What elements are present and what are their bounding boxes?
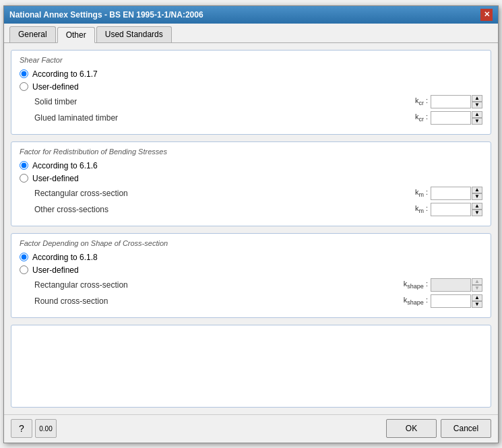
shear-radio-2-label: User-defined <box>32 82 79 92</box>
redist-other-down-btn[interactable]: ▼ <box>472 210 482 216</box>
solid-timber-input[interactable]: 0.670 <box>431 95 471 108</box>
tab-other[interactable]: Other <box>57 27 95 43</box>
shape-rect-input[interactable] <box>431 278 471 292</box>
shape-rect-spin-buttons: ▲ ▼ <box>472 278 482 292</box>
shape-radio-1[interactable] <box>20 253 28 261</box>
redist-radio-2-row: User-defined <box>20 174 482 183</box>
redist-rect-spin-buttons: ▲ ▼ <box>472 187 482 200</box>
ok-button[interactable]: OK <box>386 419 437 438</box>
redist-radio-2-label: User-defined <box>32 174 79 183</box>
glued-timber-sub-label: kcr : <box>415 113 428 123</box>
shape-round-input[interactable]: 1.200 <box>431 294 471 308</box>
shape-radio-2-label: User-defined <box>32 265 79 275</box>
shape-factor-group: Factor Depending on Shape of Cross-secti… <box>11 233 491 318</box>
shape-rect-spinbox: ▲ ▼ <box>431 278 482 292</box>
shape-rect-sub-label: kshape : <box>404 280 428 290</box>
shape-rect-label: Rectangular cross-section <box>34 280 404 290</box>
footer-left: ? 0.00 <box>11 419 57 438</box>
glued-timber-spinbox: 0.670 ▲ ▼ <box>431 111 482 125</box>
redist-other-label: Other cross-sections <box>34 205 415 214</box>
redist-rect-input[interactable]: 0.700 <box>431 187 471 200</box>
glued-timber-label: Glued laminated timber <box>34 113 415 123</box>
shape-round-row: Round cross-section kshape : 1.200 ▲ ▼ <box>20 294 482 308</box>
solid-timber-spin-buttons: ▲ ▼ <box>472 95 482 108</box>
solid-timber-down-btn[interactable]: ▼ <box>472 102 482 108</box>
cancel-button[interactable]: Cancel <box>441 419 491 438</box>
shape-round-down-btn[interactable]: ▼ <box>472 301 482 308</box>
glued-timber-row: Glued laminated timber kcr : 0.670 ▲ ▼ <box>20 111 482 125</box>
glued-timber-up-btn[interactable]: ▲ <box>472 111 482 118</box>
redistribution-group: Factor for Redistribution of Bending Str… <box>11 141 491 226</box>
redist-rect-label: Rectangular cross-section <box>34 189 415 198</box>
footer-right: OK Cancel <box>386 419 491 438</box>
solid-timber-label: Solid timber <box>34 97 415 106</box>
shape-round-up-btn[interactable]: ▲ <box>472 294 482 301</box>
shape-round-spinbox: 1.200 ▲ ▼ <box>431 294 482 308</box>
shape-rect-up-btn[interactable]: ▲ <box>472 278 482 285</box>
shape-round-sub-label: kshape : <box>404 296 428 306</box>
help-icon: ? <box>19 423 24 434</box>
glued-timber-down-btn[interactable]: ▼ <box>472 118 482 125</box>
close-button[interactable]: ✕ <box>480 9 493 21</box>
shape-radio-1-label: According to 6.1.8 <box>32 253 98 262</box>
shape-rect-down-btn[interactable]: ▼ <box>472 285 482 292</box>
shear-factor-group: Shear Factor According to 6.1.7 User-def… <box>11 50 491 135</box>
redist-radio-2[interactable] <box>20 174 28 183</box>
solid-timber-sub-label: kcr : <box>415 96 428 106</box>
shape-radio-1-row: According to 6.1.8 <box>20 253 482 262</box>
shape-round-label: Round cross-section <box>34 296 404 306</box>
redist-rect-down-btn[interactable]: ▼ <box>472 193 482 200</box>
help-button[interactable]: ? <box>11 419 32 438</box>
redist-other-spin-buttons: ▲ ▼ <box>472 203 482 216</box>
redist-radio-1-label: According to 6.1.6 <box>32 161 98 170</box>
glued-timber-input[interactable]: 0.670 <box>431 111 471 125</box>
shape-radio-2-row: User-defined <box>20 265 482 275</box>
solid-timber-up-btn[interactable]: ▲ <box>472 95 482 102</box>
redist-radio-1[interactable] <box>20 161 28 170</box>
redist-other-spinbox: 1.000 ▲ ▼ <box>431 203 482 216</box>
spacer-box <box>11 325 491 408</box>
shape-radio-2[interactable] <box>20 265 28 274</box>
shear-radio-2-row: User-defined <box>20 82 482 92</box>
redist-rect-up-btn[interactable]: ▲ <box>472 187 482 193</box>
shear-radio-1[interactable] <box>20 69 28 78</box>
main-window: National Annex Settings - BS EN 1995-1-1… <box>3 5 499 443</box>
shape-round-spin-buttons: ▲ ▼ <box>472 294 482 308</box>
calc-button[interactable]: 0.00 <box>35 419 57 438</box>
solid-timber-row: Solid timber kcr : 0.670 ▲ ▼ <box>20 95 482 108</box>
title-bar: National Annex Settings - BS EN 1995-1-1… <box>4 6 498 24</box>
redist-radio-1-row: According to 6.1.6 <box>20 161 482 170</box>
glued-timber-spin-buttons: ▲ ▼ <box>472 111 482 125</box>
redist-rect-spinbox: 0.700 ▲ ▼ <box>431 187 482 200</box>
redist-other-row: Other cross-sections km : 1.000 ▲ ▼ <box>20 203 482 216</box>
content-area: Shear Factor According to 6.1.7 User-def… <box>4 43 498 414</box>
tab-bar: General Other Used Standards <box>4 24 498 43</box>
shape-rect-row: Rectangular cross-section kshape : ▲ ▼ <box>20 278 482 292</box>
shear-radio-1-row: According to 6.1.7 <box>20 69 482 79</box>
redist-rect-sub-label: km : <box>415 188 428 198</box>
calc-icon: 0.00 <box>39 425 52 433</box>
solid-timber-spinbox: 0.670 ▲ ▼ <box>431 95 482 108</box>
tab-used-standards[interactable]: Used Standards <box>96 26 172 42</box>
redist-other-input[interactable]: 1.000 <box>431 203 471 216</box>
shape-factor-title: Factor Depending on Shape of Cross-secti… <box>20 239 482 247</box>
shear-factor-title: Shear Factor <box>20 56 482 64</box>
redist-other-up-btn[interactable]: ▲ <box>472 203 482 210</box>
redist-rect-row: Rectangular cross-section km : 0.700 ▲ ▼ <box>20 187 482 200</box>
window-title: National Annex Settings - BS EN 1995-1-1… <box>9 10 203 20</box>
shear-radio-1-label: According to 6.1.7 <box>32 69 98 79</box>
footer: ? 0.00 OK Cancel <box>4 414 498 443</box>
redist-other-sub-label: km : <box>415 204 428 214</box>
tab-general[interactable]: General <box>9 26 56 42</box>
shear-radio-2[interactable] <box>20 82 28 91</box>
redistribution-title: Factor for Redistribution of Bending Str… <box>20 148 482 156</box>
